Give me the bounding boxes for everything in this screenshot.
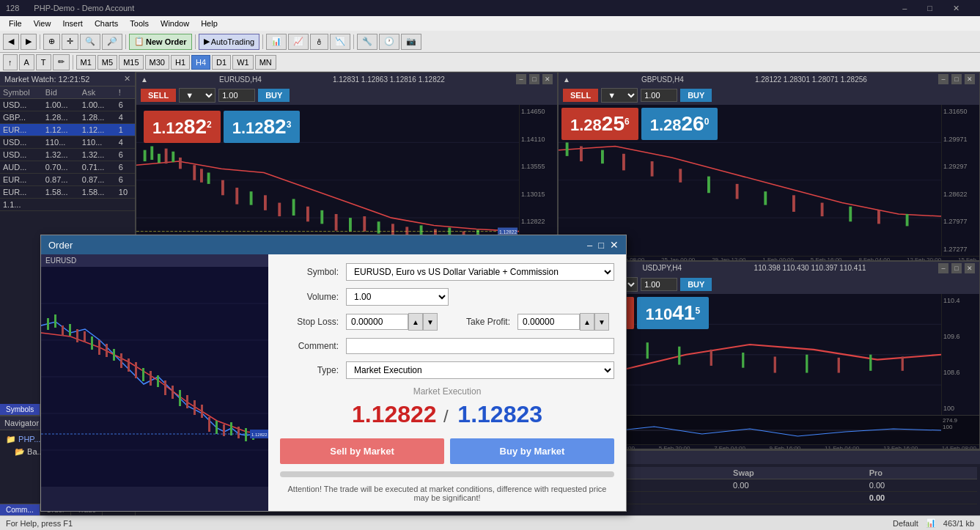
svg-rect-63 — [678, 346, 680, 364]
graph-btn[interactable]: 📊 — [266, 34, 287, 50]
dialog-close-btn[interactable]: ✕ — [610, 239, 619, 251]
usdjpy-max[interactable]: □ — [951, 263, 962, 273]
tf-d1[interactable]: D1 — [212, 55, 231, 70]
svg-rect-44 — [651, 161, 654, 177]
maximize-btn[interactable]: □ — [927, 4, 932, 13]
zoom-out-btn[interactable]: 🔎 — [102, 34, 122, 50]
zoom-in-btn[interactable]: 🔍 — [80, 34, 100, 50]
draw-tool[interactable]: ✏ — [53, 54, 70, 70]
eurusd-max[interactable]: □ — [529, 74, 539, 84]
new-chart-btn[interactable]: ⊕ — [43, 34, 60, 50]
eurusd-min[interactable]: – — [516, 74, 526, 84]
fwd-btn[interactable]: ▶ — [21, 34, 37, 50]
tf-m5[interactable]: M5 — [97, 55, 117, 70]
eurusd-lot-dropdown[interactable]: ▼ — [179, 88, 215, 103]
svg-rect-67 — [806, 354, 808, 372]
gbpusd-sell-sup: 6 — [625, 117, 630, 127]
new-order-btn[interactable]: 📋 New Order — [129, 34, 192, 50]
tf-h1[interactable]: H1 — [171, 55, 190, 70]
minimize-btn[interactable]: – — [902, 4, 907, 13]
menu-help[interactable]: Help — [195, 19, 224, 28]
mw-row-4[interactable]: USD... 1.32... 1.32... 6 — [0, 149, 135, 161]
eurusd-close[interactable]: ✕ — [542, 74, 553, 84]
mw-row-0[interactable]: USD... 1.00... 1.00... 6 — [0, 99, 135, 111]
menu-file[interactable]: File — [3, 19, 28, 28]
arrow-tool[interactable]: ↑ — [3, 54, 18, 70]
gbpusd-min[interactable]: – — [938, 74, 948, 84]
tab-comm[interactable]: Comm... — [0, 504, 40, 515]
mw-row-2[interactable]: EUR... 1.12... 1.12... 1 — [0, 124, 135, 136]
buy-market-btn[interactable]: Buy by Market — [450, 438, 614, 464]
sl-down-btn[interactable]: ▼ — [423, 313, 438, 331]
tp-up-btn[interactable]: ▲ — [580, 313, 594, 331]
text-tool[interactable]: A — [19, 54, 34, 70]
gbpusd-price-display: 1.28256 1.28260 — [561, 108, 718, 140]
tab-symbols[interactable]: Symbols — [0, 404, 40, 415]
tp-label: Take Profit: — [452, 317, 517, 327]
indicators-btn[interactable]: 🔧 — [357, 34, 377, 50]
symbol-select[interactable]: EURUSD, Euro vs US Dollar Variable + Com… — [346, 263, 614, 281]
autotrading-icon: ▶ — [204, 37, 210, 46]
mw-row-6[interactable]: EUR... 0.87... 0.87... 6 — [0, 174, 135, 186]
gbpusd-sell-btn[interactable]: SELL — [563, 89, 598, 102]
tp-down-btn[interactable]: ▼ — [594, 313, 609, 331]
window-controls[interactable]: – □ ✕ — [902, 4, 974, 13]
dialog-max-btn[interactable]: □ — [598, 239, 604, 251]
gbpusd-lot-input[interactable] — [641, 89, 677, 102]
autotrading-btn[interactable]: ▶ AutoTrading — [199, 34, 260, 50]
gbpusd-trade-bar: SELL ▼ BUY — [559, 86, 979, 105]
mw-row-8[interactable]: 1.1... — [0, 199, 135, 211]
eurusd-lot-input[interactable] — [218, 89, 255, 102]
eurusd-sell-btn[interactable]: SELL — [141, 89, 176, 102]
menu-charts[interactable]: Charts — [89, 19, 124, 28]
mw-ask-6: 0.87... — [79, 174, 116, 186]
eurusd-win-btns: – □ ✕ — [516, 74, 553, 84]
gbpusd-max[interactable]: □ — [951, 74, 962, 84]
tp-input[interactable] — [517, 314, 580, 330]
usdjpy-close[interactable]: ✕ — [965, 263, 975, 273]
tf-m15[interactable]: M15 — [119, 55, 143, 70]
mw-row-1[interactable]: GBP... 1.28... 1.28... 4 — [0, 111, 135, 124]
tf-m30[interactable]: M30 — [145, 55, 169, 70]
sl-input[interactable] — [346, 314, 408, 330]
tf-mn[interactable]: MN — [255, 55, 276, 70]
gbpusd-buy-btn[interactable]: BUY — [680, 89, 712, 102]
eurusd-sell-sup: 2 — [207, 119, 212, 130]
screenshot-btn[interactable]: 📷 — [401, 34, 421, 50]
eurusd-buy-btn[interactable]: BUY — [258, 89, 290, 102]
gbpusd-close[interactable]: ✕ — [965, 74, 975, 84]
close-btn[interactable]: ✕ — [953, 4, 959, 13]
back-btn[interactable]: ◀ — [3, 34, 19, 50]
gbpusd-lot-dropdown[interactable]: ▼ — [601, 88, 638, 103]
mw-row-3[interactable]: USD... 110... 110... 4 — [0, 136, 135, 149]
tf-m1[interactable]: M1 — [76, 55, 96, 70]
order-dialog[interactable]: Order – □ ✕ EURUSD — [40, 235, 627, 512]
usdjpy-min[interactable]: – — [938, 263, 948, 273]
menu-tools[interactable]: Tools — [124, 19, 155, 28]
market-watch-close[interactable]: ✕ — [124, 74, 130, 84]
mw-symbol-8: 1.1... — [0, 199, 43, 211]
clock-btn[interactable]: 🕐 — [379, 34, 399, 50]
sl-up-btn[interactable]: ▲ — [408, 313, 423, 331]
mw-flag-4: 6 — [116, 149, 135, 161]
volume-select[interactable]: 1.00 — [346, 288, 449, 306]
candle-btn[interactable]: 🕯 — [310, 34, 328, 50]
menu-insert[interactable]: Insert — [56, 19, 89, 28]
mw-row-5[interactable]: AUD... 0.70... 0.71... 6 — [0, 161, 135, 174]
title-bar: 128 PHP-Demo - Demo Account – □ ✕ — [0, 0, 980, 16]
comment-input[interactable] — [346, 338, 614, 354]
tf-w1[interactable]: W1 — [232, 55, 254, 70]
line-btn[interactable]: 📉 — [330, 34, 350, 50]
menu-window[interactable]: Window — [155, 19, 195, 28]
text-style[interactable]: T — [36, 54, 51, 70]
type-select[interactable]: Market Execution — [346, 361, 614, 379]
crosshair-btn[interactable]: ✛ — [62, 34, 78, 50]
mw-row-7[interactable]: EUR... 1.58... 1.58... 10 — [0, 186, 135, 199]
dialog-min-btn[interactable]: – — [587, 239, 592, 251]
menu-view[interactable]: View — [28, 19, 57, 28]
tf-h4[interactable]: H4 — [191, 55, 210, 70]
usdjpy-lot-input[interactable] — [641, 278, 677, 291]
sell-market-btn[interactable]: Sell by Market — [280, 438, 444, 464]
usdjpy-buy-btn[interactable]: BUY — [680, 278, 712, 291]
bar-btn[interactable]: 📈 — [288, 34, 309, 50]
